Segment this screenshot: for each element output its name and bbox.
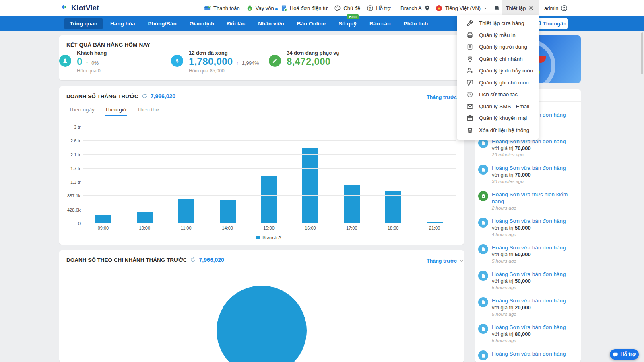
support-button[interactable]: Hỗ trợ (610, 349, 639, 360)
stat-change: 0% (91, 60, 99, 66)
nav-tab[interactable]: Nhân viên (253, 18, 289, 29)
nav-tab[interactable]: Báo cáo (364, 18, 396, 29)
header-link[interactable]: Chủ đề Beta (333, 5, 361, 12)
chart-tab[interactable]: Theo giờ (105, 107, 127, 116)
gridline (83, 127, 456, 127)
notification-dot (241, 8, 244, 10)
sales-chart-title: DOANH SỐ THÁNG TRƯỚC (66, 93, 138, 99)
dollar-icon: $ (171, 55, 183, 67)
activity-title-link[interactable]: Hoàng Sơn vừa bán đơn hàng (492, 165, 576, 171)
settings-menu-item[interactable]: Quản lý lý do hủy món (457, 65, 539, 77)
nav-tab[interactable]: Hàng hóa (105, 18, 140, 29)
x-axis-tick: 17:00 (331, 226, 372, 230)
user-icon (561, 5, 568, 12)
activity-value: 20,000 (515, 304, 531, 311)
header-link[interactable]: Thanh toán (203, 5, 241, 12)
settings-dropdown-menu: Thiết lập cửa hàng Quản lý mẫu in Quản l… (457, 15, 539, 140)
settings-menu-item[interactable]: Quản lý chi nhánh (457, 53, 539, 65)
payment-icon (204, 5, 211, 12)
sales-chart-card: DOANH SỐ THÁNG TRƯỚC 7,966,020 Tháng trư… (59, 86, 464, 245)
refresh-icon[interactable] (142, 93, 147, 99)
user-menu[interactable]: admin (544, 0, 568, 16)
activity-title-link[interactable]: Hoàng Sơn vừa bán đơn hàng (492, 218, 576, 224)
sales-chart-tabs: Theo ngàyTheo giờTheo thứ (69, 107, 159, 116)
header-links: Thanh toán $ Vay vốn Hoá đơn điện tử Chủ… (203, 0, 392, 16)
branch-chart-total: 7,966,020 (199, 257, 224, 263)
x-axis-tick: 10:00 (124, 226, 165, 230)
settings-menu-item-label: Quản lý lý do hủy món (479, 68, 533, 74)
settings-menu-item[interactable]: Quản lý người dùng (457, 41, 539, 53)
settings-menu-item[interactable]: Quản lý SMS - Email (457, 101, 539, 113)
stat-block: 34 đơn đang phục vụ 8,472,000 (269, 50, 365, 67)
bar (302, 148, 318, 223)
nav-tab[interactable]: Phân tích (398, 18, 433, 29)
chart-tab[interactable]: Theo thứ (137, 107, 159, 116)
stat-value: 8,472,000 (287, 56, 330, 67)
nav-tab[interactable]: Sổ quỹ (333, 18, 362, 29)
settings-menu-item[interactable]: Quản lý mẫu in (457, 29, 539, 41)
refresh-icon[interactable] (190, 257, 196, 263)
settings-menu-item[interactable]: Thiết lập cửa hàng (457, 17, 539, 29)
activity-title-link[interactable]: Hoàng Sơn vừa thực hiện kiểm hàng (492, 191, 576, 205)
nav-tab[interactable]: Tổng quan (64, 18, 103, 29)
activity-timestamp: 5 hours ago (492, 259, 576, 263)
settings-menu-item-label: Lịch sử thao tác (479, 91, 518, 97)
gear-icon (528, 5, 534, 11)
gridline (83, 154, 456, 155)
branch-chart-period[interactable]: Tháng trước (427, 258, 464, 264)
activity-title-link[interactable]: Hoàng Sơn vừa bán đơn hàng (492, 244, 576, 251)
y-axis-tick: 857.1k (61, 193, 80, 198)
x-axis-tick: 14:00 (207, 226, 248, 230)
pin-dark-icon (424, 5, 431, 12)
header-link-label: Hỗ trợ (376, 5, 391, 11)
stat-label: 34 đơn đang phục vụ (287, 50, 365, 56)
document-icon (478, 271, 488, 281)
bar (137, 212, 153, 223)
stat-value: 1,780,000 (189, 56, 233, 67)
stat-divider (437, 50, 437, 76)
vn-flag-icon (436, 5, 442, 12)
x-axis: 09:0010:0011:0014:0015:0016:0017:0018:00… (83, 226, 455, 230)
document-icon (478, 324, 488, 334)
activity-title-link[interactable]: Hoàng Sơn vừa bán đơn hàng (492, 350, 576, 357)
document-icon (478, 244, 488, 254)
scrollbar[interactable] (641, 32, 643, 74)
y-axis-tick: 1.7 tr (61, 166, 80, 171)
settings-menu-item-label: Quản lý người dùng (479, 44, 527, 50)
chart-legend[interactable]: Branch A (83, 235, 455, 240)
activity-timestamp: 5 hours ago (492, 285, 576, 290)
caret-down-icon (483, 6, 488, 10)
settings-menu-item[interactable]: Quản lý ghi chú món (457, 77, 539, 89)
settings-menu-item[interactable]: Xóa dữ liệu hệ thống (457, 124, 539, 136)
settings-label: Thiết lập (506, 5, 526, 11)
notifications-button[interactable] (493, 0, 500, 16)
nav-tab[interactable]: Bán Online (292, 18, 331, 29)
kiotviet-logo[interactable]: KiotViet (60, 0, 99, 16)
nav-tab[interactable]: Giao dịch (184, 18, 220, 29)
nav-tab[interactable]: Phòng/Bàn (143, 18, 182, 29)
activity-title-link[interactable]: Hoàng Sơn vừa bán đơn hàng (492, 297, 576, 304)
nav-tab[interactable]: Đối tác (222, 18, 250, 29)
y-axis-tick: 1.3 tr (61, 180, 80, 185)
logo-text: KiotViet (71, 4, 99, 12)
chevron-down-icon (459, 259, 464, 263)
header-link[interactable]: Hoá đơn điện tử (280, 5, 329, 12)
activity-title-link[interactable]: Hoàng Sơn vừa bán đơn hàng (492, 324, 576, 331)
chart-tab[interactable]: Theo ngày (69, 107, 95, 116)
history-icon (466, 91, 473, 98)
y-axis-tick: 0 (61, 221, 80, 226)
location-pin-icon (466, 56, 473, 62)
settings-menu-item-label: Quản lý SMS - Email (479, 103, 529, 109)
header-link[interactable]: $ Vay vốn (246, 5, 275, 12)
clipboard-check-icon (478, 191, 488, 201)
header-link[interactable]: ? Hỗ trợ (366, 5, 392, 12)
settings-menu-item[interactable]: Quản lý khuyến mại (457, 112, 539, 124)
language-selector[interactable]: Tiếng Việt (VN) (436, 0, 488, 16)
activity-title-link[interactable]: Hoàng Sơn vừa bán đơn hàng (492, 271, 576, 278)
settings-button[interactable]: Thiết lập (502, 0, 539, 16)
y-axis-tick: 3 tr (61, 125, 80, 130)
settings-menu-item[interactable]: Lịch sử thao tác (457, 88, 539, 101)
cashier-button[interactable]: Thu ngân (534, 18, 568, 29)
svg-text:?: ? (369, 6, 372, 10)
branch-selector[interactable]: Branch A (400, 0, 431, 16)
